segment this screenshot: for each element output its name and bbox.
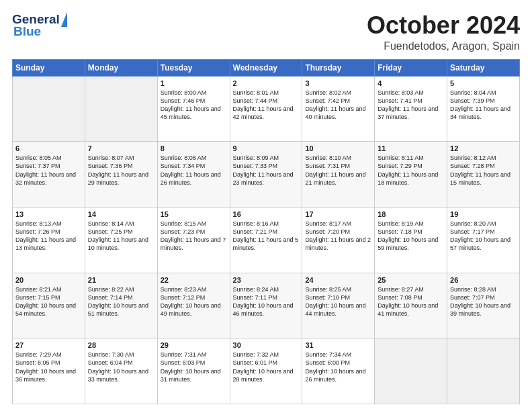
cell-info: Sunrise: 8:15 AMSunset: 7:23 PMDaylight:… <box>161 220 227 253</box>
cell-info: Sunrise: 8:25 AMSunset: 7:10 PMDaylight:… <box>305 285 371 318</box>
weekday-header-monday: Monday <box>85 59 157 76</box>
cell-info: Sunrise: 8:13 AMSunset: 7:26 PMDaylight:… <box>15 220 82 253</box>
cell-info: Sunrise: 7:30 AMSunset: 6:04 PMDaylight:… <box>88 351 154 383</box>
calendar-cell: 5Sunrise: 8:04 AMSunset: 7:39 PMDaylight… <box>447 76 520 142</box>
calendar-cell: 27Sunrise: 7:29 AMSunset: 6:05 PMDayligh… <box>13 338 85 404</box>
day-number: 31 <box>305 341 371 349</box>
day-number: 10 <box>305 144 371 152</box>
cell-info: Sunrise: 8:17 AMSunset: 7:20 PMDaylight:… <box>305 220 371 253</box>
calendar-cell: 26Sunrise: 8:28 AMSunset: 7:07 PMDayligh… <box>447 273 520 338</box>
calendar-cell: 19Sunrise: 8:20 AMSunset: 7:17 PMDayligh… <box>447 207 520 273</box>
cell-info: Sunrise: 8:10 AMSunset: 7:31 PMDaylight:… <box>305 154 371 187</box>
day-number: 30 <box>233 341 300 349</box>
cell-info: Sunrise: 8:00 AMSunset: 7:46 PMDaylight:… <box>161 89 227 122</box>
calendar-week-1: 6Sunrise: 8:05 AMSunset: 7:37 PMDaylight… <box>13 142 520 208</box>
calendar-cell: 15Sunrise: 8:15 AMSunset: 7:23 PMDayligh… <box>157 207 230 273</box>
day-number: 4 <box>378 79 444 87</box>
day-number: 5 <box>450 79 517 87</box>
calendar-cell: 18Sunrise: 8:19 AMSunset: 7:18 PMDayligh… <box>375 207 447 273</box>
day-number: 6 <box>15 144 82 152</box>
day-number: 9 <box>233 144 300 152</box>
cell-info: Sunrise: 8:20 AMSunset: 7:17 PMDaylight:… <box>450 220 517 253</box>
calendar-cell: 14Sunrise: 8:14 AMSunset: 7:25 PMDayligh… <box>85 207 157 273</box>
calendar-cell: 21Sunrise: 8:22 AMSunset: 7:14 PMDayligh… <box>85 273 157 338</box>
calendar-cell: 8Sunrise: 8:08 AMSunset: 7:34 PMDaylight… <box>157 142 230 208</box>
day-number: 11 <box>378 144 444 152</box>
calendar-cell: 29Sunrise: 7:31 AMSunset: 6:03 PMDayligh… <box>157 338 230 404</box>
cell-info: Sunrise: 7:32 AMSunset: 6:01 PMDaylight:… <box>233 351 300 383</box>
day-number: 26 <box>450 276 517 284</box>
day-number: 23 <box>233 276 300 284</box>
calendar-cell: 13Sunrise: 8:13 AMSunset: 7:26 PMDayligh… <box>13 207 85 273</box>
month-title: October 2024 <box>367 12 520 39</box>
cell-info: Sunrise: 7:34 AMSunset: 6:00 PMDaylight:… <box>305 351 371 383</box>
cell-info: Sunrise: 8:05 AMSunset: 7:37 PMDaylight:… <box>15 154 82 187</box>
weekday-header-tuesday: Tuesday <box>157 59 230 76</box>
cell-info: Sunrise: 8:19 AMSunset: 7:18 PMDaylight:… <box>378 220 444 253</box>
day-number: 7 <box>88 144 154 152</box>
cell-info: Sunrise: 8:11 AMSunset: 7:29 PMDaylight:… <box>378 154 444 187</box>
cell-info: Sunrise: 8:01 AMSunset: 7:44 PMDaylight:… <box>233 89 300 122</box>
weekday-header-sunday: Sunday <box>13 59 85 76</box>
calendar-week-0: 1Sunrise: 8:00 AMSunset: 7:46 PMDaylight… <box>13 76 520 142</box>
calendar-cell: 6Sunrise: 8:05 AMSunset: 7:37 PMDaylight… <box>13 142 85 208</box>
header: General Blue October 2024 Fuendetodos, A… <box>12 12 520 52</box>
calendar-cell: 3Sunrise: 8:02 AMSunset: 7:42 PMDaylight… <box>302 76 375 142</box>
logo: General Blue <box>12 12 67 39</box>
cell-info: Sunrise: 8:02 AMSunset: 7:42 PMDaylight:… <box>305 89 371 122</box>
cell-info: Sunrise: 8:23 AMSunset: 7:12 PMDaylight:… <box>161 285 227 318</box>
day-number: 1 <box>161 79 227 87</box>
calendar-cell: 17Sunrise: 8:17 AMSunset: 7:20 PMDayligh… <box>302 207 375 273</box>
day-number: 27 <box>15 341 82 349</box>
calendar-cell: 31Sunrise: 7:34 AMSunset: 6:00 PMDayligh… <box>302 338 375 404</box>
page: General Blue October 2024 Fuendetodos, A… <box>0 0 532 411</box>
calendar-cell: 20Sunrise: 8:21 AMSunset: 7:15 PMDayligh… <box>13 273 85 338</box>
calendar-cell: 2Sunrise: 8:01 AMSunset: 7:44 PMDaylight… <box>230 76 302 142</box>
day-number: 24 <box>305 276 371 284</box>
cell-info: Sunrise: 8:03 AMSunset: 7:41 PMDaylight:… <box>378 89 444 122</box>
calendar-cell: 12Sunrise: 8:12 AMSunset: 7:28 PMDayligh… <box>447 142 520 208</box>
cell-info: Sunrise: 7:31 AMSunset: 6:03 PMDaylight:… <box>161 351 227 383</box>
logo-blue-text: Blue <box>13 24 41 39</box>
calendar-cell: 1Sunrise: 8:00 AMSunset: 7:46 PMDaylight… <box>157 76 230 142</box>
calendar-cell: 16Sunrise: 8:16 AMSunset: 7:21 PMDayligh… <box>230 207 302 273</box>
logo-triangle-icon <box>61 12 67 27</box>
cell-info: Sunrise: 8:22 AMSunset: 7:14 PMDaylight:… <box>88 285 154 318</box>
day-number: 14 <box>88 210 154 218</box>
cell-info: Sunrise: 7:29 AMSunset: 6:05 PMDaylight:… <box>15 351 82 383</box>
calendar-cell: 7Sunrise: 8:07 AMSunset: 7:36 PMDaylight… <box>85 142 157 208</box>
day-number: 20 <box>15 276 82 284</box>
day-number: 16 <box>233 210 300 218</box>
calendar-week-2: 13Sunrise: 8:13 AMSunset: 7:26 PMDayligh… <box>13 207 520 273</box>
day-number: 3 <box>305 79 371 87</box>
calendar-cell: 4Sunrise: 8:03 AMSunset: 7:41 PMDaylight… <box>375 76 447 142</box>
day-number: 25 <box>378 276 444 284</box>
calendar-cell: 25Sunrise: 8:27 AMSunset: 7:08 PMDayligh… <box>375 273 447 338</box>
calendar-cell: 10Sunrise: 8:10 AMSunset: 7:31 PMDayligh… <box>302 142 375 208</box>
day-number: 29 <box>161 341 227 349</box>
weekday-header-friday: Friday <box>375 59 447 76</box>
calendar-cell <box>375 338 447 404</box>
cell-info: Sunrise: 8:09 AMSunset: 7:33 PMDaylight:… <box>233 154 300 187</box>
title-block: October 2024 Fuendetodos, Aragon, Spain <box>367 12 520 52</box>
weekday-header-thursday: Thursday <box>302 59 375 76</box>
day-number: 15 <box>161 210 227 218</box>
weekday-header-wednesday: Wednesday <box>230 59 302 76</box>
day-number: 21 <box>88 276 154 284</box>
calendar-cell <box>447 338 520 404</box>
weekday-header-saturday: Saturday <box>447 59 520 76</box>
calendar-week-3: 20Sunrise: 8:21 AMSunset: 7:15 PMDayligh… <box>13 273 520 338</box>
calendar-cell: 30Sunrise: 7:32 AMSunset: 6:01 PMDayligh… <box>230 338 302 404</box>
cell-info: Sunrise: 8:27 AMSunset: 7:08 PMDaylight:… <box>378 285 444 318</box>
location-title: Fuendetodos, Aragon, Spain <box>367 40 520 52</box>
cell-info: Sunrise: 8:21 AMSunset: 7:15 PMDaylight:… <box>15 285 82 318</box>
cell-info: Sunrise: 8:24 AMSunset: 7:11 PMDaylight:… <box>233 285 300 318</box>
cell-info: Sunrise: 8:14 AMSunset: 7:25 PMDaylight:… <box>88 220 154 253</box>
cell-info: Sunrise: 8:28 AMSunset: 7:07 PMDaylight:… <box>450 285 517 318</box>
calendar-cell: 28Sunrise: 7:30 AMSunset: 6:04 PMDayligh… <box>85 338 157 404</box>
day-number: 28 <box>88 341 154 349</box>
cell-info: Sunrise: 8:07 AMSunset: 7:36 PMDaylight:… <box>88 154 154 187</box>
day-number: 13 <box>15 210 82 218</box>
day-number: 2 <box>233 79 300 87</box>
cell-info: Sunrise: 8:12 AMSunset: 7:28 PMDaylight:… <box>450 154 517 187</box>
